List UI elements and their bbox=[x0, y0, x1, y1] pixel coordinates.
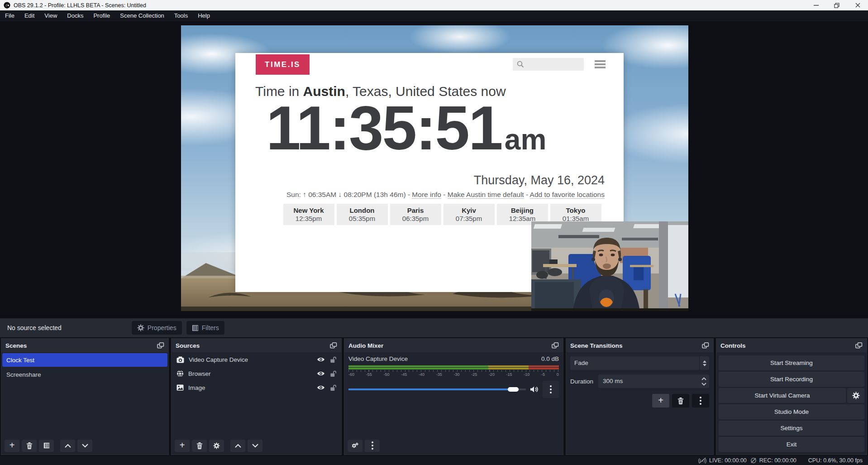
scene-item-screenshare[interactable]: Screenshare bbox=[2, 368, 167, 381]
sources-panel-header[interactable]: Sources bbox=[172, 339, 341, 352]
popout-dock-icon[interactable] bbox=[330, 342, 337, 349]
menu-docks[interactable]: Docks bbox=[62, 10, 88, 21]
menu-help[interactable]: Help bbox=[193, 10, 215, 21]
source-item-image[interactable]: Image bbox=[172, 381, 340, 394]
source-properties-button[interactable] bbox=[209, 440, 224, 452]
select-spinner[interactable] bbox=[699, 356, 709, 370]
virtual-camera-settings-button[interactable] bbox=[847, 388, 864, 403]
source-item-video-capture[interactable]: Video Capture Device bbox=[172, 353, 340, 366]
speaker-icon[interactable] bbox=[530, 386, 539, 393]
scene-transitions-header[interactable]: Scene Transitions bbox=[566, 339, 713, 352]
source-item-browser[interactable]: Browser bbox=[172, 367, 340, 380]
advanced-audio-button[interactable] bbox=[348, 440, 362, 452]
trash-icon bbox=[677, 398, 684, 404]
hamburger-menu-icon[interactable] bbox=[595, 60, 606, 70]
timeis-search-input[interactable] bbox=[513, 58, 584, 71]
image-icon bbox=[176, 384, 184, 391]
move-source-down-button[interactable] bbox=[248, 440, 262, 452]
remove-transition-button[interactable] bbox=[672, 394, 689, 407]
transition-select[interactable]: Fade bbox=[570, 356, 709, 370]
scenes-toolbar: + bbox=[1, 436, 168, 455]
sources-panel: Sources Video Capture Device Browser Ima… bbox=[171, 338, 342, 455]
menu-file[interactable]: File bbox=[0, 10, 19, 21]
timeis-logo[interactable]: TIME.IS bbox=[256, 54, 310, 75]
chevron-up-icon bbox=[65, 444, 71, 448]
scene-filters-button[interactable] bbox=[39, 440, 54, 452]
close-button[interactable] bbox=[847, 0, 868, 10]
settings-button[interactable]: Settings bbox=[719, 421, 864, 436]
world-clock-kyiv[interactable]: Kyiv07:35pm bbox=[444, 204, 495, 225]
advanced-audio-gear-icon bbox=[351, 442, 359, 449]
make-default-link[interactable]: Make Austin time default bbox=[448, 191, 524, 199]
add-source-button[interactable]: + bbox=[175, 440, 190, 452]
move-source-up-button[interactable] bbox=[230, 440, 245, 452]
lock-icon[interactable] bbox=[329, 384, 336, 391]
move-scene-down-button[interactable] bbox=[77, 440, 92, 452]
trash-icon bbox=[26, 442, 33, 449]
meter-scale: -60-55-50-45-40-35-30-25-20-15-10-50 bbox=[348, 372, 559, 377]
audio-mixer-panel: Audio Mixer Video Capture Device 0.0 dB … bbox=[344, 338, 563, 455]
timeis-date: Thursday, May 16, 2024 bbox=[474, 173, 605, 187]
restore-button[interactable] bbox=[826, 0, 847, 10]
add-transition-button[interactable]: + bbox=[652, 394, 669, 407]
controls-header[interactable]: Controls bbox=[716, 339, 867, 352]
filters-button[interactable]: Filters bbox=[186, 321, 224, 335]
popout-dock-icon[interactable] bbox=[157, 342, 164, 349]
clock-time: 11:35:51 bbox=[266, 93, 502, 163]
transition-properties-button[interactable] bbox=[692, 394, 709, 407]
start-virtual-camera-button[interactable]: Start Virtual Camera bbox=[719, 388, 846, 403]
popout-dock-icon[interactable] bbox=[702, 342, 709, 349]
filters-icon bbox=[192, 325, 199, 331]
duration-label: Duration bbox=[570, 378, 598, 385]
audio-mixer-header[interactable]: Audio Mixer bbox=[344, 339, 563, 352]
studio-mode-button[interactable]: Studio Mode bbox=[719, 404, 864, 419]
start-recording-button[interactable]: Start Recording bbox=[719, 372, 864, 387]
lock-icon[interactable] bbox=[329, 356, 336, 363]
chevron-down-icon bbox=[82, 444, 88, 448]
mixer-menu-button[interactable] bbox=[365, 440, 380, 452]
minimize-button[interactable] bbox=[806, 0, 826, 10]
exit-button[interactable]: Exit bbox=[719, 437, 864, 452]
scene-transitions-panel: Scene Transitions Fade Duration 300 ms + bbox=[566, 338, 714, 455]
source-status-text: No source selected bbox=[7, 324, 62, 331]
menu-profile[interactable]: Profile bbox=[88, 10, 115, 21]
kebab-menu-icon bbox=[550, 388, 552, 390]
more-info-link[interactable]: More info bbox=[412, 191, 441, 199]
camera-icon bbox=[176, 356, 184, 363]
menu-edit[interactable]: Edit bbox=[19, 10, 39, 21]
mixer-channel-menu-button[interactable] bbox=[543, 381, 559, 398]
visibility-eye-icon[interactable] bbox=[317, 357, 325, 362]
properties-button[interactable]: Properties bbox=[132, 321, 182, 335]
menu-scene-collection[interactable]: Scene Collection bbox=[115, 10, 169, 21]
menu-tools[interactable]: Tools bbox=[169, 10, 193, 21]
world-clock-new-york[interactable]: New York12:35pm bbox=[283, 204, 334, 225]
lock-icon[interactable] bbox=[329, 370, 336, 377]
world-clock-london[interactable]: London05:35pm bbox=[337, 204, 388, 225]
world-clock-paris[interactable]: Paris06:35pm bbox=[390, 204, 441, 225]
duration-input[interactable]: 300 ms bbox=[598, 374, 709, 388]
scenes-panel-header[interactable]: Scenes bbox=[1, 339, 168, 352]
chevron-down-icon bbox=[701, 383, 706, 386]
gear-icon bbox=[137, 324, 144, 331]
volume-slider-handle[interactable] bbox=[508, 387, 519, 392]
move-scene-up-button[interactable] bbox=[60, 440, 75, 452]
webcam-overlay[interactable] bbox=[531, 221, 688, 311]
visibility-eye-icon[interactable] bbox=[317, 371, 325, 376]
program-canvas[interactable]: TIME.IS Time in Austin, Texas, United St… bbox=[181, 25, 688, 311]
preview-area: TIME.IS Time in Austin, Texas, United St… bbox=[0, 21, 868, 318]
duration-spinner[interactable] bbox=[701, 374, 706, 388]
popout-dock-icon[interactable] bbox=[855, 342, 863, 349]
remove-scene-button[interactable] bbox=[22, 440, 37, 452]
scene-item-clock-test[interactable]: Clock Test bbox=[2, 353, 167, 367]
start-streaming-button[interactable]: Start Streaming bbox=[719, 355, 864, 370]
add-favorite-link[interactable]: Add to favorite locations bbox=[530, 191, 605, 199]
popout-dock-icon[interactable] bbox=[552, 342, 559, 349]
chevron-up-icon bbox=[235, 444, 241, 448]
clock-ampm: am bbox=[505, 123, 547, 156]
volume-slider[interactable] bbox=[348, 387, 526, 392]
add-scene-button[interactable]: + bbox=[5, 440, 19, 452]
menu-view[interactable]: View bbox=[39, 10, 62, 21]
visibility-eye-icon[interactable] bbox=[317, 385, 325, 390]
obs-logo-icon bbox=[4, 2, 10, 9]
remove-source-button[interactable] bbox=[192, 440, 207, 452]
